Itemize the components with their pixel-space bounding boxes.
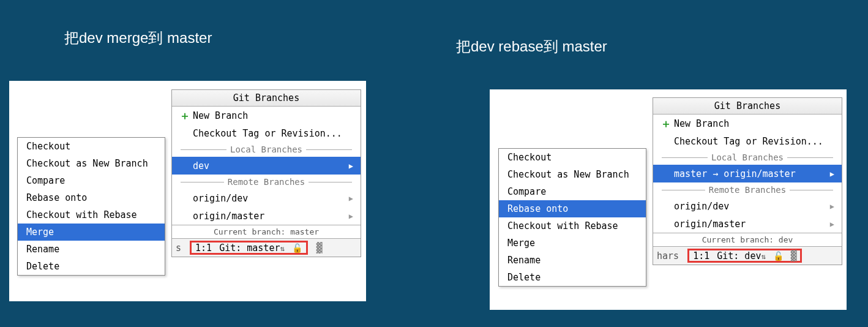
submenu-arrow-icon: ▶ — [830, 170, 834, 178]
left-caption: 把dev merge到 master — [64, 28, 212, 48]
cursor-position: 1:1 — [693, 250, 709, 261]
popup-title: Git Branches — [172, 90, 361, 107]
remote-branches-divider: Remote Branches — [653, 182, 842, 197]
new-branch-label: New Branch — [674, 118, 729, 129]
new-branch-label: New Branch — [193, 110, 248, 121]
remote-branch-origin-dev[interactable]: origin/dev ▶ — [653, 197, 842, 215]
cursor-position: 1:1 — [195, 242, 212, 254]
status-bar: hars 1:1 Git: dev⇅ 🔓 ▓ — [653, 246, 842, 265]
lock-icon[interactable]: 🔓 — [773, 251, 784, 261]
status-fragment: s — [176, 242, 181, 254]
checkout-tag-revision[interactable]: Checkout Tag or Revision... — [172, 124, 361, 142]
git-status-highlight: 1:1 Git: master⇅ 🔓 — [190, 241, 308, 255]
remote-branch-label: origin/dev — [674, 201, 729, 212]
current-branch-status: Current branch: dev — [653, 233, 842, 246]
remote-branch-origin-master[interactable]: origin/master ▶ — [653, 215, 842, 233]
submenu-arrow-icon: ▶ — [349, 194, 353, 203]
ctx-compare[interactable]: Compare — [499, 183, 646, 200]
local-branch-label: master → origin/master — [674, 168, 796, 179]
ctx-checkout[interactable]: Checkout — [499, 149, 646, 166]
submenu-arrow-icon: ▶ — [830, 220, 834, 228]
ctx-rename[interactable]: Rename — [18, 241, 165, 258]
new-branch[interactable]: ＋ New Branch — [172, 107, 361, 124]
local-branches-divider: Local Branches — [653, 150, 842, 165]
right-caption: 把dev rebase到 master — [456, 37, 607, 56]
git-branch-indicator[interactable]: Git: master⇅ — [219, 242, 285, 254]
left-context-menu: Checkout Checkout as New Branch Compare … — [17, 137, 165, 276]
submenu-arrow-icon: ▶ — [349, 212, 353, 220]
remote-branch-origin-master[interactable]: origin/master ▶ — [172, 207, 361, 225]
ctx-delete[interactable]: Delete — [18, 258, 165, 275]
local-branch-master[interactable]: master → origin/master ▶ — [653, 165, 842, 182]
remote-branch-label: origin/master — [674, 219, 746, 230]
ctx-checkout-with-rebase[interactable]: Checkout with Rebase — [499, 217, 646, 235]
right-git-branches-popup: Git Branches ＋ New Branch Checkout Tag o… — [653, 97, 842, 265]
local-branch-label: dev — [193, 160, 209, 171]
plus-icon: ＋ — [179, 108, 188, 123]
git-status-highlight: 1:1 Git: dev⇅ 🔓 ▓ — [687, 249, 802, 263]
local-branches-divider: Local Branches — [172, 142, 361, 157]
submenu-arrow-icon: ▶ — [830, 202, 834, 211]
git-branch-indicator[interactable]: Git: dev⇅ — [717, 250, 765, 261]
remote-branch-label: origin/dev — [193, 193, 248, 204]
lock-icon[interactable]: 🔓 — [292, 243, 302, 253]
remote-branches-divider: Remote Branches — [172, 175, 361, 189]
ctx-checkout-with-rebase[interactable]: Checkout with Rebase — [18, 206, 165, 224]
remote-branch-label: origin/master — [193, 211, 264, 222]
hat-icon[interactable]: ▓ — [316, 242, 323, 254]
ctx-rebase-onto[interactable]: Rebase onto — [499, 200, 646, 217]
ctx-checkout-new-branch[interactable]: Checkout as New Branch — [499, 166, 646, 183]
ctx-rename[interactable]: Rename — [499, 252, 646, 269]
ctx-merge[interactable]: Merge — [499, 235, 646, 252]
ctx-compare[interactable]: Compare — [18, 172, 165, 189]
ctx-checkout-new-branch[interactable]: Checkout as New Branch — [18, 155, 165, 172]
ctx-merge[interactable]: Merge — [18, 224, 165, 241]
hat-icon[interactable]: ▓ — [791, 250, 797, 261]
left-git-branches-popup: Git Branches ＋ New Branch Checkout Tag o… — [171, 89, 361, 257]
status-fragment: hars — [657, 250, 679, 261]
right-context-menu: Checkout Checkout as New Branch Compare … — [498, 148, 646, 287]
checkout-tag-revision[interactable]: Checkout Tag or Revision... — [653, 132, 842, 150]
remote-branch-origin-dev[interactable]: origin/dev ▶ — [172, 189, 361, 207]
submenu-arrow-icon: ▶ — [349, 162, 353, 170]
current-branch-status: Current branch: master — [172, 225, 361, 238]
new-branch[interactable]: ＋ New Branch — [653, 115, 842, 132]
ctx-checkout[interactable]: Checkout — [18, 138, 165, 155]
ctx-delete[interactable]: Delete — [499, 269, 646, 286]
plus-icon: ＋ — [660, 116, 669, 131]
status-bar: s 1:1 Git: master⇅ 🔓 ▓ — [172, 238, 361, 257]
popup-title: Git Branches — [653, 98, 842, 115]
local-branch-dev[interactable]: dev ▶ — [172, 157, 361, 175]
ctx-rebase-onto[interactable]: Rebase onto — [18, 189, 165, 206]
